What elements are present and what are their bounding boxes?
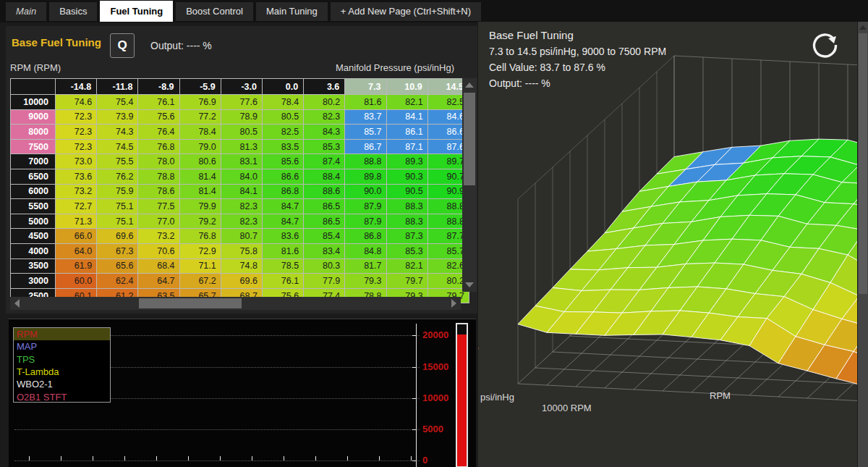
table-cell[interactable]: 86.8 xyxy=(345,229,386,243)
table-cell[interactable]: 90.5 xyxy=(387,185,427,199)
table-cell[interactable]: 78.4 xyxy=(180,125,221,139)
table-cell[interactable]: 86.8 xyxy=(263,185,303,199)
table-cell[interactable]: 73.9 xyxy=(97,110,137,125)
table-cell[interactable]: 74.5 xyxy=(97,140,137,154)
table-cell[interactable]: 84.7 xyxy=(263,214,303,229)
table-cell[interactable]: 81.7 xyxy=(345,259,386,274)
table-cell[interactable]: 76.8 xyxy=(180,229,221,243)
table-cell[interactable]: 78.5 xyxy=(263,259,303,274)
scroll-thumb[interactable] xyxy=(139,298,242,308)
table-cell[interactable]: 83.4 xyxy=(304,244,344,258)
table-cell[interactable]: 73.6 xyxy=(56,169,96,184)
legend-item-tps[interactable]: TPS xyxy=(14,353,110,366)
table-cell[interactable]: 72.9 xyxy=(180,244,221,258)
table-cell[interactable]: 79.2 xyxy=(180,214,221,229)
legend-item-wbo2-1[interactable]: WBO2-1 xyxy=(14,378,110,390)
table-cell[interactable]: 82.1 xyxy=(387,259,427,274)
table-cell[interactable]: 81.4 xyxy=(180,185,221,199)
table-cell[interactable]: 73.0 xyxy=(56,154,96,169)
table-cell[interactable]: 85.7 xyxy=(345,125,386,139)
table-cell[interactable]: 86.7 xyxy=(345,140,386,154)
table-cell[interactable]: 81.4 xyxy=(180,169,221,184)
search-button[interactable]: Q xyxy=(110,33,135,58)
table-cell[interactable]: 80.7 xyxy=(221,229,262,243)
scroll-right-icon[interactable] xyxy=(451,299,456,308)
table-cell[interactable]: 72.7 xyxy=(56,199,96,214)
table-cell[interactable]: 89.3 xyxy=(387,154,427,169)
table-cell[interactable]: 77.9 xyxy=(304,274,344,288)
table-cell[interactable]: 76.1 xyxy=(263,274,303,288)
table-cell[interactable]: 72.3 xyxy=(56,110,96,125)
row-header[interactable]: 7500 xyxy=(11,140,55,154)
table-cell[interactable]: 90.3 xyxy=(387,169,427,184)
table-cell[interactable]: 86.6 xyxy=(263,169,303,184)
table-cell[interactable]: 71.3 xyxy=(56,214,96,229)
row-header[interactable]: 3500 xyxy=(11,259,55,274)
legend-item-map[interactable]: MAP xyxy=(14,340,110,353)
row-header[interactable]: 3000 xyxy=(11,274,55,288)
table-cell[interactable]: 73.2 xyxy=(56,185,96,199)
scroll-up-icon[interactable] xyxy=(465,83,474,88)
tab-main-tuning[interactable]: Main Tuning xyxy=(256,2,328,21)
row-header[interactable]: 7000 xyxy=(11,154,55,169)
row-header[interactable]: 5500 xyxy=(11,199,55,214)
table-cell[interactable]: 60.0 xyxy=(56,274,96,288)
table-cell[interactable]: 76.2 xyxy=(97,169,137,184)
table-cell[interactable]: 86.5 xyxy=(304,199,344,214)
table-cell[interactable]: 81.6 xyxy=(263,244,303,258)
table-cell[interactable]: 75.4 xyxy=(97,95,137,109)
col-header[interactable]: 10.9 xyxy=(387,79,427,94)
row-header[interactable]: 8000 xyxy=(11,125,55,139)
table-cell[interactable]: 72.3 xyxy=(56,140,96,154)
table-cell[interactable]: 76.4 xyxy=(138,125,179,139)
table-cell[interactable]: 82.3 xyxy=(221,214,262,229)
row-header[interactable]: 9000 xyxy=(11,110,55,125)
table-cell[interactable]: 74.8 xyxy=(221,259,262,274)
row-header[interactable]: 6000 xyxy=(11,185,55,199)
table-hscrollbar[interactable] xyxy=(10,297,461,310)
table-cell[interactable]: 84.0 xyxy=(221,169,262,184)
table-cell[interactable]: 75.1 xyxy=(97,199,137,214)
table-cell[interactable]: 81.6 xyxy=(345,95,386,109)
table-cell[interactable]: 89.8 xyxy=(345,169,386,184)
table-cell[interactable]: 75.5 xyxy=(97,154,137,169)
tab-add-new-page-ctrl-shift-n[interactable]: + Add New Page (Ctrl+Shift+N) xyxy=(331,2,481,21)
table-cell[interactable]: 86.1 xyxy=(387,125,427,139)
table-cell[interactable]: 71.1 xyxy=(180,259,221,274)
col-header[interactable]: -11.8 xyxy=(97,79,137,94)
table-cell[interactable]: 80.3 xyxy=(304,259,344,274)
row-header[interactable]: 4500 xyxy=(11,229,55,243)
col-header[interactable]: 0.0 xyxy=(263,79,303,94)
table-cell[interactable]: 80.6 xyxy=(180,154,221,169)
fuel-table[interactable]: -14.8-11.8-8.9-5.9-3.00.03.67.310.914.51… xyxy=(10,78,469,303)
table-cell[interactable]: 77.5 xyxy=(138,199,179,214)
table-cell[interactable]: 84.3 xyxy=(304,125,344,139)
scroll-down-icon[interactable] xyxy=(465,282,474,287)
table-cell[interactable]: 88.3 xyxy=(387,214,427,229)
table-cell[interactable]: 87.9 xyxy=(345,199,386,214)
legend-item-o2b1-stft[interactable]: O2B1 STFT xyxy=(14,390,110,403)
row-header[interactable]: 5000 xyxy=(11,214,55,229)
scroll-thumb[interactable] xyxy=(464,93,475,185)
table-cell[interactable]: 67.2 xyxy=(180,274,221,288)
table-cell[interactable]: 82.3 xyxy=(221,199,262,214)
scroll-up-icon[interactable] xyxy=(859,25,867,30)
table-cell[interactable]: 78.8 xyxy=(138,169,179,184)
table-cell[interactable]: 83.1 xyxy=(221,154,262,169)
scroll-left-icon[interactable] xyxy=(14,299,20,308)
table-cell[interactable]: 66.0 xyxy=(56,229,96,243)
scroll-thumb[interactable] xyxy=(859,33,867,294)
table-cell[interactable]: 85.3 xyxy=(387,244,427,258)
table-cell[interactable]: 83.6 xyxy=(263,229,303,243)
col-header[interactable]: -8.9 xyxy=(138,79,179,94)
table-cell[interactable]: 79.7 xyxy=(387,274,427,288)
tab-main[interactable]: Main xyxy=(6,2,46,21)
table-cell[interactable]: 62.4 xyxy=(97,274,137,288)
table-cell[interactable]: 75.9 xyxy=(97,185,137,199)
table-cell[interactable]: 80.5 xyxy=(263,110,303,125)
legend-item-t-lambda[interactable]: T-Lambda xyxy=(14,366,110,378)
col-header[interactable]: 3.6 xyxy=(304,79,344,94)
col-header[interactable]: 7.3 xyxy=(345,79,386,94)
table-cell[interactable]: 87.1 xyxy=(387,140,427,154)
table-cell[interactable]: 81.3 xyxy=(221,140,262,154)
